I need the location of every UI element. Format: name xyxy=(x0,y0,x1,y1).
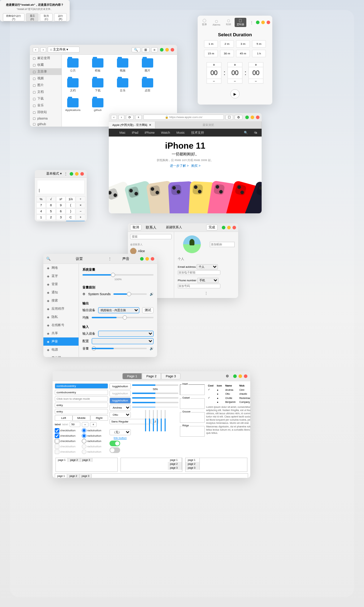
nav-mac[interactable]: Mac xyxy=(119,131,125,134)
checkbutton[interactable]: checkbutton xyxy=(55,428,81,433)
learn-more-link[interactable]: 进一步了解 > xyxy=(170,164,189,167)
output-device[interactable]: 线路输出 - 内置音频 xyxy=(98,307,139,313)
phone-input[interactable] xyxy=(178,284,220,288)
table-row[interactable]: ●Ottochaotic xyxy=(207,392,250,395)
mm-down[interactable]: − xyxy=(228,79,242,84)
sidebar-item[interactable]: ▢ 音乐 xyxy=(30,102,61,109)
settings-icon[interactable]: ⚙ xyxy=(235,115,242,120)
folder[interactable]: github xyxy=(90,98,105,112)
traffic-min[interactable] xyxy=(256,21,259,24)
folder[interactable]: 模板 xyxy=(90,58,105,73)
nav-watch[interactable]: Watch xyxy=(161,131,170,134)
traffic-max[interactable] xyxy=(261,21,265,24)
settings-item[interactable]: ◈ 声音 xyxy=(43,337,79,346)
sidebar-item[interactable]: ▢ 最近使用 xyxy=(30,55,61,62)
phone-type[interactable]: 手机 xyxy=(197,278,219,283)
view-icon[interactable]: ⊞ xyxy=(142,47,150,52)
spin-input[interactable] xyxy=(70,422,80,427)
nav-fwd[interactable]: › xyxy=(40,47,46,52)
calc-key[interactable]: 5 xyxy=(46,208,56,214)
sidebar-item[interactable]: ▢ 文档 xyxy=(30,89,61,95)
table-row[interactable]: ✓●OrvilleRedenbac… xyxy=(207,396,250,400)
mm-up[interactable]: + xyxy=(228,62,242,67)
scale-1[interactable] xyxy=(132,393,178,394)
menu-icon[interactable]: ⋮ xyxy=(250,21,253,25)
folder[interactable]: 视频 xyxy=(115,58,130,73)
calc-key[interactable]: 1/x xyxy=(66,196,75,202)
timer-tab-stopwatch[interactable]: 时钟 xyxy=(224,18,233,27)
radiobutton[interactable]: radiobutton xyxy=(82,439,108,443)
sidebar-item[interactable]: ▢ 回收站 xyxy=(30,109,61,116)
currency[interactable]: （无） xyxy=(109,429,131,435)
folder[interactable]: 桌面 xyxy=(140,78,155,92)
calc-key[interactable]: 3 xyxy=(56,214,66,220)
calc-key[interactable]: ÷ xyxy=(76,196,85,202)
wf-tab-2[interactable]: Page 2 xyxy=(142,373,161,379)
path-button[interactable]: ⌂ 主文件夹 ▾ xyxy=(48,47,80,53)
timer-tab-world[interactable]: 世界 xyxy=(200,18,209,27)
vertical-scales[interactable] xyxy=(132,410,178,431)
balance-slider[interactable] xyxy=(92,317,154,318)
settings-item[interactable]: ◈ 搜索 xyxy=(43,297,79,305)
traffic-close[interactable] xyxy=(267,21,270,24)
calc-key[interactable]: 8 xyxy=(46,202,56,208)
avatar[interactable] xyxy=(183,235,201,253)
calc-key[interactable]: × xyxy=(76,202,85,208)
preset-15m[interactable]: 15 m xyxy=(204,50,218,57)
nav-ipad[interactable]: iPad xyxy=(132,131,138,134)
settings-item[interactable]: ◈ 电源 xyxy=(43,346,79,354)
sidebar-item[interactable]: ▢ github xyxy=(30,121,61,127)
browser-tab-bookmarks[interactable]: 最常浏览 xyxy=(155,122,262,128)
calc-key[interactable]: 4 xyxy=(36,208,46,214)
input-device[interactable] xyxy=(98,331,154,337)
folder[interactable]: 图片 xyxy=(140,58,155,73)
menu-icon[interactable]: ⋮ xyxy=(108,257,112,261)
spin-up[interactable]: + xyxy=(90,422,97,427)
nickname-input[interactable] xyxy=(210,242,235,247)
preset-45m[interactable]: 45 m xyxy=(236,50,250,57)
url-bar[interactable]: 🔒 https://www.apple.com.cn/ xyxy=(143,115,224,120)
settings-item[interactable]: ◈ 应用程序 xyxy=(43,305,79,313)
toggle-3[interactable]: togglebutton xyxy=(109,398,131,404)
browser-tab-apple[interactable]: Apple (中国大陆) - 官方网站 ✕ xyxy=(109,122,155,128)
spin-down[interactable]: − xyxy=(82,422,89,427)
notebook-bottom[interactable]: page 1page 2page 3 xyxy=(55,473,248,478)
checkbutton[interactable]: checkbutton xyxy=(55,439,81,443)
search-icon[interactable]: 🔍 xyxy=(132,47,140,52)
email-type[interactable]: 个人 xyxy=(197,264,218,270)
bookmark-icon[interactable]: ☐ xyxy=(225,115,233,120)
folder[interactable]: 公共 xyxy=(65,58,80,73)
nav-iphone[interactable]: iPhone xyxy=(145,131,155,134)
contact-item[interactable]: Alice xyxy=(130,248,172,254)
search-icon[interactable]: 🔍 xyxy=(244,131,248,134)
more-icon[interactable]: ⋮ xyxy=(178,291,235,295)
checkbutton[interactable]: checkbutton xyxy=(55,433,81,438)
table-row[interactable]: ✓●AndreaCimi xyxy=(207,388,250,392)
radiobutton[interactable]: radiobutton xyxy=(82,428,108,433)
folder[interactable]: 音乐 xyxy=(115,78,130,92)
input-config[interactable] xyxy=(92,338,154,344)
settings-item[interactable]: ◈ 网络 xyxy=(43,264,79,272)
icon-entry[interactable] xyxy=(55,396,108,401)
calc-key[interactable]: + xyxy=(76,214,85,220)
settings-item[interactable]: ◈ 在线帐号 xyxy=(43,321,79,329)
combo[interactable] xyxy=(55,390,108,395)
preset-1m[interactable]: 1 m xyxy=(204,40,218,48)
play-button[interactable]: ▶ xyxy=(230,89,240,98)
settings-item[interactable]: ◈ 显示器 xyxy=(43,354,79,357)
notebook-right[interactable]: page 1page 2page 3 xyxy=(121,458,183,472)
nav-back[interactable]: ‹ xyxy=(33,47,39,52)
link-button[interactable]: link button xyxy=(109,436,131,440)
sidebar-item[interactable]: ▢ plasma xyxy=(30,116,61,121)
hh-down[interactable]: − xyxy=(207,79,221,84)
nav-back[interactable]: ‹ xyxy=(111,115,117,120)
sidebar-item[interactable]: ▢ 视频 xyxy=(30,75,61,82)
calc-key[interactable]: 9 xyxy=(56,202,66,208)
segmented[interactable]: LeftMiddleRight xyxy=(55,415,108,421)
sidebar-item[interactable]: ▢ 下载 xyxy=(30,95,61,102)
buy-link[interactable]: 购买 > xyxy=(191,164,200,167)
nav-fwd[interactable]: › xyxy=(118,115,124,120)
tree-view[interactable]: CoolIconNameNick ✓●AndreaCimi●Ottochaoti… xyxy=(206,383,250,404)
dropdown-1[interactable]: Andrea xyxy=(109,405,131,411)
preset-2m[interactable]: 2 m xyxy=(220,40,234,48)
